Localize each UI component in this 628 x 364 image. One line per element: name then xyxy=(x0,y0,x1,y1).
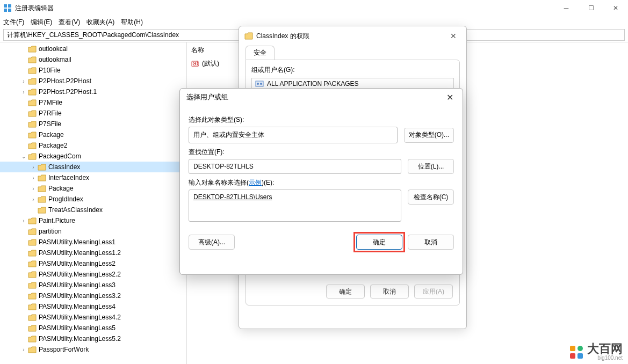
object-name-value: DESKTOP-82TLHLS\Users xyxy=(193,193,272,201)
select-dialog-close-button[interactable]: ✕ xyxy=(443,92,456,103)
permissions-footer: 确定 取消 应用(A) xyxy=(326,285,453,299)
chevron-right-icon[interactable]: › xyxy=(19,347,28,353)
close-button[interactable]: ✕ xyxy=(603,0,628,16)
menu-view[interactable]: 查看(V) xyxy=(59,18,80,27)
svg-rect-9 xyxy=(570,346,575,351)
select-dialog-title: 选择用户或组 xyxy=(186,92,443,102)
tree-item[interactable]: outlookmail xyxy=(0,54,186,65)
tree-item[interactable]: ›Paint.Picture xyxy=(0,215,186,226)
maximize-button[interactable]: ☐ xyxy=(579,0,603,16)
tree-item-label: Paint.Picture xyxy=(39,217,75,224)
menu-favorites[interactable]: 收藏夹(A) xyxy=(86,18,114,27)
menu-edit[interactable]: 编辑(E) xyxy=(31,18,52,27)
group-item-label: ALL APPLICATION PACKAGES xyxy=(267,80,359,88)
check-names-button[interactable]: 检查名称(C) xyxy=(408,190,454,205)
tree-item[interactable]: PASMUtility.MeaningLess1 xyxy=(0,237,186,247)
col-name[interactable]: 名称 xyxy=(191,46,204,55)
folder-icon xyxy=(28,45,37,53)
svg-rect-2 xyxy=(4,9,7,12)
tree-item[interactable]: PASMUtility.MeaningLess4 xyxy=(0,301,186,312)
tree-item[interactable]: PASMUtility.MeaningLess2 xyxy=(0,258,186,269)
group-item[interactable]: ALL APPLICATION PACKAGES xyxy=(252,78,453,89)
tree-item-label: PASMUtility.MeaningLess2.2 xyxy=(39,271,121,278)
tree-item[interactable]: Package2 xyxy=(0,140,186,151)
tree-item[interactable]: outlookcal xyxy=(0,43,186,54)
svg-rect-12 xyxy=(578,353,583,359)
folder-icon xyxy=(28,67,37,74)
folder-icon xyxy=(28,88,37,96)
perm-ok-button[interactable]: 确定 xyxy=(326,285,365,299)
folder-icon xyxy=(28,346,37,353)
tree-item-label: PASMUtility.MeaningLess1 xyxy=(39,238,116,246)
tree-item[interactable]: PASMUtility.MeaningLess4.2 xyxy=(0,312,186,323)
examples-link[interactable]: 示例 xyxy=(249,179,262,186)
watermark-url: big100.net xyxy=(587,355,623,361)
tree-item-label: ProgIdIndex xyxy=(48,195,83,203)
folder-icon xyxy=(28,99,37,106)
select-dialog-titlebar: 选择用户或组 ✕ xyxy=(180,89,463,106)
advanced-button[interactable]: 高级(A)... xyxy=(189,235,235,250)
chevron-right-icon[interactable]: › xyxy=(29,196,38,202)
chevron-right-icon[interactable]: › xyxy=(29,186,38,192)
tree-item[interactable]: ›PassportForWork xyxy=(0,344,186,355)
minimize-button[interactable]: ─ xyxy=(554,0,579,16)
tree-item[interactable]: Package xyxy=(0,129,186,140)
locations-button[interactable]: 位置(L)... xyxy=(408,159,454,174)
tree-item-label: partition xyxy=(39,228,62,235)
tree-item[interactable]: PASMUtility.MeaningLess5.2 xyxy=(0,333,186,344)
tree-item-label: ClassIndex xyxy=(48,163,80,171)
tree-item[interactable]: ›ClassIndex xyxy=(0,162,186,172)
tree-item[interactable]: PASMUtility.MeaningLess3.2 xyxy=(0,290,186,301)
chevron-right-icon[interactable]: › xyxy=(29,175,38,181)
tree-item-label: Package xyxy=(39,131,64,139)
chevron-right-icon[interactable]: › xyxy=(19,78,28,84)
tree-item[interactable]: P7RFile xyxy=(0,108,186,119)
menu-file[interactable]: 文件(F) xyxy=(3,18,24,27)
permissions-close-button[interactable]: ✕ xyxy=(446,32,461,40)
tree-item-label: PASMUtility.MeaningLess1.2 xyxy=(39,249,121,257)
menu-help[interactable]: 帮助(H) xyxy=(121,18,143,27)
tree-item[interactable]: PASMUtility.MeaningLess5 xyxy=(0,323,186,333)
tree-item[interactable]: PASMUtility.MeaningLess2.2 xyxy=(0,269,186,280)
tree-item[interactable]: ›P2PHost.P2PHost xyxy=(0,76,186,86)
chevron-right-icon[interactable]: › xyxy=(29,164,38,170)
perm-cancel-button[interactable]: 取消 xyxy=(370,285,409,299)
ok-button[interactable]: 确定 xyxy=(356,235,402,250)
folder-icon xyxy=(28,228,37,235)
tree-item[interactable]: ›P2PHost.P2PHost.1 xyxy=(0,86,186,97)
object-name-label-prefix: 输入对象名称来选择( xyxy=(189,179,249,186)
cancel-button[interactable]: 取消 xyxy=(408,235,454,250)
tab-security[interactable]: 安全 xyxy=(246,46,275,60)
object-type-label: 选择此对象类型(S): xyxy=(189,115,454,125)
folder-icon xyxy=(28,120,37,128)
tree-item-label: PASMUtility.MeaningLess3 xyxy=(39,281,116,289)
tree-item[interactable]: partition xyxy=(0,226,186,237)
chevron-right-icon[interactable]: › xyxy=(19,218,28,224)
tree-item[interactable]: P10File xyxy=(0,65,186,76)
titlebar: 注册表编辑器 ─ ☐ ✕ xyxy=(0,0,628,16)
chevron-down-icon[interactable]: ⌄ xyxy=(19,154,28,159)
ok-button-highlight: 确定 xyxy=(356,235,402,250)
perm-apply-button[interactable]: 应用(A) xyxy=(414,285,453,299)
folder-icon xyxy=(28,110,37,117)
watermark: 大百网 big100.net xyxy=(569,343,623,361)
svg-text:ab: ab xyxy=(193,60,199,67)
folder-icon xyxy=(28,281,37,289)
tree-item[interactable]: P7MFile xyxy=(0,97,186,108)
tree-item-label: PassportForWork xyxy=(39,346,89,353)
tree-item[interactable]: TreatAsClassIndex xyxy=(0,205,186,215)
object-types-button[interactable]: 对象类型(O)... xyxy=(404,128,454,143)
object-type-field: 用户、组或内置安全主体 xyxy=(189,127,398,143)
tree-item[interactable]: PASMUtility.MeaningLess1.2 xyxy=(0,247,186,258)
registry-tree[interactable]: outlookcaloutlookmailP10File›P2PHost.P2P… xyxy=(0,42,187,364)
tree-item[interactable]: ›ProgIdIndex xyxy=(0,194,186,205)
tree-item[interactable]: PASMUtility.MeaningLess3 xyxy=(0,280,186,290)
tree-item[interactable]: P7SFile xyxy=(0,119,186,129)
tree-item-label: PASMUtility.MeaningLess2 xyxy=(39,260,116,267)
chevron-right-icon[interactable]: › xyxy=(19,89,28,95)
tree-item[interactable]: ⌄PackagedCom xyxy=(0,151,186,162)
tree-item[interactable]: ›Package xyxy=(0,183,186,194)
tree-item[interactable]: ›InterfaceIndex xyxy=(0,172,186,183)
object-name-input[interactable]: DESKTOP-82TLHLS\Users xyxy=(189,190,401,222)
folder-icon xyxy=(28,152,37,160)
